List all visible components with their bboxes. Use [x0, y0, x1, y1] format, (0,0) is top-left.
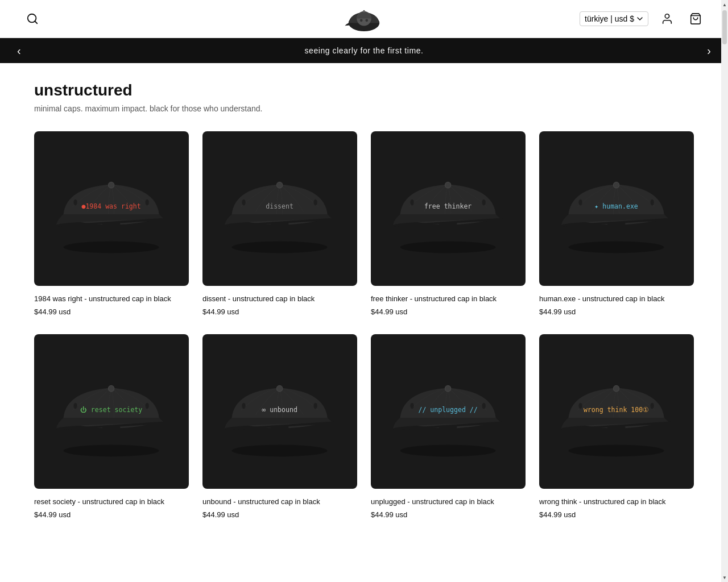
svg-point-6 — [365, 19, 368, 22]
header-right: türkiye | usd $ — [580, 9, 705, 28]
svg-point-49 — [482, 402, 486, 409]
product-cap-image: free thinker — [382, 143, 514, 274]
product-name: reset society - unstructured cap in blac… — [34, 497, 189, 507]
product-price: $44.99 usd — [202, 307, 357, 316]
main-content: unstructured minimal caps. maximum impac… — [0, 63, 728, 537]
header: türkiye | usd $ — [0, 0, 728, 38]
product-card[interactable]: free thinker free thinker - unstructured… — [371, 131, 526, 316]
prev-arrow-icon: ‹ — [17, 44, 21, 57]
svg-rect-29 — [607, 222, 626, 226]
scroll-up-arrow[interactable]: ▲ — [721, 1, 728, 8]
svg-point-54 — [579, 402, 582, 409]
product-image-wrap: free thinker — [371, 131, 526, 286]
svg-point-12 — [74, 199, 77, 206]
svg-rect-41 — [271, 425, 289, 429]
svg-point-52 — [614, 385, 620, 392]
svg-rect-23 — [439, 222, 457, 226]
product-card[interactable]: ●1984 was right 1984 was right - unstruc… — [34, 131, 189, 316]
product-image-wrap: wrong think 100① — [539, 334, 694, 489]
product-name: human.exe - unstructured cap in black — [539, 294, 694, 304]
search-icon — [26, 13, 39, 25]
search-button[interactable] — [23, 9, 42, 28]
product-name: unbound - unstructured cap in black — [202, 497, 357, 507]
svg-point-34 — [109, 385, 115, 392]
user-icon — [661, 13, 673, 25]
product-cap-image: ✦ human.exe — [551, 143, 682, 274]
svg-point-30 — [579, 199, 582, 206]
chevron-down-icon — [636, 15, 643, 22]
scrollbar: ▲ ▼ — [721, 0, 728, 537]
svg-point-5 — [360, 19, 363, 22]
product-card[interactable]: ∞ unbound unbound - unstructured cap in … — [202, 334, 357, 519]
svg-point-15 — [232, 242, 328, 253]
product-image-wrap: dissent — [202, 131, 357, 286]
svg-text:✦ human.exe: ✦ human.exe — [595, 202, 639, 210]
scrollbar-thumb[interactable] — [722, 10, 727, 44]
product-card[interactable]: dissent dissent - unstructured cap in bl… — [202, 131, 357, 316]
product-price: $44.99 usd — [34, 510, 189, 519]
svg-point-36 — [74, 402, 77, 409]
svg-rect-11 — [102, 222, 121, 226]
product-name: 1984 was right - unstructured cap in bla… — [34, 294, 189, 304]
product-image-wrap: ⏻ reset society — [34, 334, 189, 489]
product-cap-image: wrong think 100① — [551, 346, 682, 477]
svg-point-43 — [314, 402, 317, 409]
collection-description: minimal caps. maximum impact. black for … — [34, 104, 694, 113]
cart-button[interactable] — [686, 9, 705, 28]
svg-point-10 — [109, 182, 115, 189]
svg-text:wrong think 100①: wrong think 100① — [584, 405, 649, 413]
svg-point-33 — [64, 444, 159, 456]
product-card[interactable]: wrong think 100① wrong think - unstructu… — [539, 334, 694, 519]
cart-icon — [689, 13, 702, 25]
svg-point-24 — [411, 199, 414, 206]
announcement-text: seeing clearly for the first time. — [305, 46, 424, 55]
svg-point-16 — [277, 182, 283, 189]
svg-rect-35 — [102, 425, 121, 429]
svg-text:⏻ reset society: ⏻ reset society — [80, 405, 142, 413]
svg-rect-17 — [271, 222, 289, 226]
collection-title: unstructured — [34, 81, 694, 99]
locale-selector[interactable]: türkiye | usd $ — [580, 11, 648, 26]
svg-point-27 — [569, 242, 664, 253]
product-grid: ●1984 was right 1984 was right - unstruc… — [34, 131, 694, 519]
product-price: $44.99 usd — [202, 510, 357, 519]
product-card[interactable]: ✦ human.exe human.exe - unstructured cap… — [539, 131, 694, 316]
svg-line-1 — [35, 21, 37, 23]
announcement-bar: ‹ seeing clearly for the first time. › — [0, 38, 728, 63]
svg-point-18 — [242, 199, 246, 206]
svg-point-25 — [482, 199, 486, 206]
logo-container[interactable] — [341, 0, 387, 43]
product-cap-image: // unplugged // — [382, 346, 514, 477]
svg-point-48 — [411, 402, 414, 409]
svg-point-51 — [569, 444, 664, 456]
announcement-prev-button[interactable]: ‹ — [11, 39, 27, 63]
product-cap-image: ∞ unbound — [214, 346, 345, 477]
svg-point-4 — [363, 10, 365, 13]
svg-point-37 — [146, 402, 149, 409]
product-price: $44.99 usd — [371, 510, 526, 519]
product-card[interactable]: // unplugged // unplugged - unstructured… — [371, 334, 526, 519]
svg-point-46 — [445, 385, 452, 392]
svg-point-21 — [400, 242, 496, 253]
svg-text:dissent: dissent — [266, 202, 294, 210]
svg-point-22 — [445, 182, 452, 189]
product-cap-image: ●1984 was right — [46, 143, 177, 274]
svg-text:●1984 was right: ●1984 was right — [82, 202, 141, 210]
product-image-wrap: // unplugged // — [371, 334, 526, 489]
product-price: $44.99 usd — [34, 307, 189, 316]
product-card[interactable]: ⏻ reset society reset society - unstruct… — [34, 334, 189, 519]
svg-point-45 — [400, 444, 496, 456]
svg-text:// unplugged //: // unplugged // — [419, 405, 478, 413]
product-image-wrap: ●1984 was right — [34, 131, 189, 286]
svg-text:∞ unbound: ∞ unbound — [262, 405, 298, 413]
announcement-next-button[interactable]: › — [701, 39, 717, 63]
product-name: unplugged - unstructured cap in black — [371, 497, 526, 507]
product-cap-image: dissent — [214, 143, 345, 274]
svg-rect-47 — [439, 425, 457, 429]
svg-point-7 — [665, 14, 669, 18]
login-button[interactable] — [657, 9, 677, 28]
logo-icon — [341, 0, 387, 40]
locale-label: türkiye | usd $ — [585, 14, 634, 23]
svg-text:free thinker: free thinker — [424, 202, 471, 210]
svg-point-28 — [614, 182, 620, 189]
